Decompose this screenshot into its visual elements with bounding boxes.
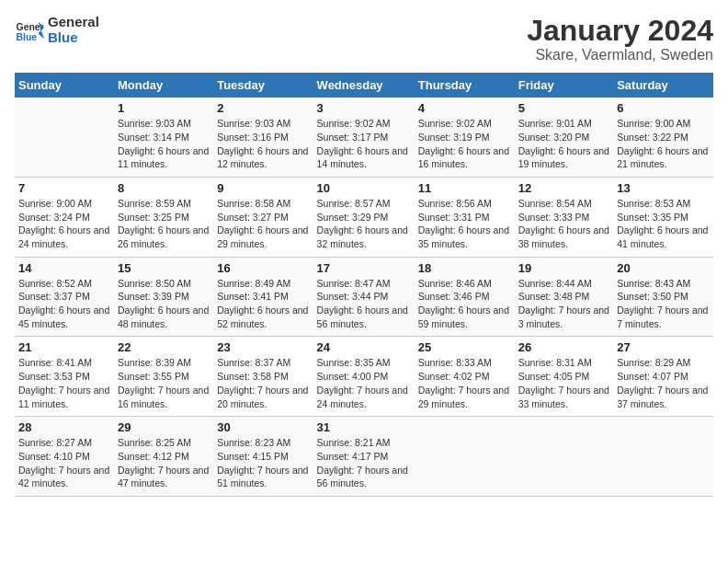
day-number: 28	[18, 420, 110, 434]
cell-w5-d5	[415, 417, 515, 497]
day-number: 20	[617, 261, 710, 275]
day-info: Sunrise: 8:46 AMSunset: 3:46 PMDaylight:…	[418, 277, 511, 331]
day-info: Sunrise: 9:02 AMSunset: 3:17 PMDaylight:…	[317, 117, 411, 171]
day-number: 31	[317, 420, 411, 434]
day-info: Sunrise: 8:53 AMSunset: 3:35 PMDaylight:…	[617, 197, 710, 251]
day-info: Sunrise: 8:59 AMSunset: 3:25 PMDaylight:…	[118, 197, 210, 251]
col-tuesday: Tuesday	[213, 73, 313, 98]
col-wednesday: Wednesday	[313, 73, 415, 98]
cell-w2-d6: 12Sunrise: 8:54 AMSunset: 3:33 PMDayligh…	[515, 177, 613, 257]
page-header: General Blue General Blue January 2024 S…	[15, 15, 713, 63]
week-row-3: 14Sunrise: 8:52 AMSunset: 3:37 PMDayligh…	[15, 257, 713, 337]
cell-w2-d7: 13Sunrise: 8:53 AMSunset: 3:35 PMDayligh…	[613, 177, 713, 257]
day-info: Sunrise: 8:23 AMSunset: 4:15 PMDaylight:…	[217, 436, 309, 490]
day-number: 6	[617, 101, 710, 115]
week-row-4: 21Sunrise: 8:41 AMSunset: 3:53 PMDayligh…	[15, 337, 713, 417]
day-info: Sunrise: 9:01 AMSunset: 3:20 PMDaylight:…	[518, 117, 609, 171]
day-info: Sunrise: 8:44 AMSunset: 3:48 PMDaylight:…	[518, 277, 609, 331]
cell-w3-d3: 16Sunrise: 8:49 AMSunset: 3:41 PMDayligh…	[213, 257, 313, 337]
cell-w1-d5: 4Sunrise: 9:02 AMSunset: 3:19 PMDaylight…	[415, 98, 515, 177]
cell-w4-d4: 24Sunrise: 8:35 AMSunset: 4:00 PMDayligh…	[313, 337, 415, 417]
day-number: 18	[418, 261, 511, 275]
cell-w2-d1: 7Sunrise: 9:00 AMSunset: 3:24 PMDaylight…	[15, 177, 114, 257]
day-info: Sunrise: 8:41 AMSunset: 3:53 PMDaylight:…	[18, 356, 110, 410]
cell-w5-d4: 31Sunrise: 8:21 AMSunset: 4:17 PMDayligh…	[313, 417, 415, 497]
cell-w5-d3: 30Sunrise: 8:23 AMSunset: 4:15 PMDayligh…	[213, 417, 313, 497]
day-info: Sunrise: 8:33 AMSunset: 4:02 PMDaylight:…	[418, 356, 511, 410]
header-row: Sunday Monday Tuesday Wednesday Thursday…	[15, 73, 713, 98]
day-info: Sunrise: 8:54 AMSunset: 3:33 PMDaylight:…	[518, 197, 609, 251]
cell-w3-d6: 19Sunrise: 8:44 AMSunset: 3:48 PMDayligh…	[515, 257, 613, 337]
col-saturday: Saturday	[613, 73, 713, 98]
col-sunday: Sunday	[15, 73, 114, 98]
cell-w3-d4: 17Sunrise: 8:47 AMSunset: 3:44 PMDayligh…	[313, 257, 415, 337]
week-row-5: 28Sunrise: 8:27 AMSunset: 4:10 PMDayligh…	[15, 417, 713, 497]
day-number: 24	[317, 340, 411, 354]
day-number: 25	[418, 340, 511, 354]
day-number: 4	[418, 101, 511, 115]
cell-w3-d7: 20Sunrise: 8:43 AMSunset: 3:50 PMDayligh…	[613, 257, 713, 337]
day-info: Sunrise: 8:57 AMSunset: 3:29 PMDaylight:…	[317, 197, 411, 251]
page-title: January 2024	[527, 15, 713, 47]
day-number: 29	[118, 420, 210, 434]
day-info: Sunrise: 8:25 AMSunset: 4:12 PMDaylight:…	[118, 436, 210, 490]
cell-w3-d1: 14Sunrise: 8:52 AMSunset: 3:37 PMDayligh…	[15, 257, 114, 337]
cell-w2-d5: 11Sunrise: 8:56 AMSunset: 3:31 PMDayligh…	[415, 177, 515, 257]
cell-w3-d2: 15Sunrise: 8:50 AMSunset: 3:39 PMDayligh…	[114, 257, 213, 337]
col-thursday: Thursday	[415, 73, 515, 98]
day-info: Sunrise: 8:50 AMSunset: 3:39 PMDaylight:…	[118, 277, 210, 331]
day-info: Sunrise: 8:21 AMSunset: 4:17 PMDaylight:…	[317, 436, 411, 490]
cell-w3-d5: 18Sunrise: 8:46 AMSunset: 3:46 PMDayligh…	[415, 257, 515, 337]
day-number: 19	[518, 261, 609, 275]
day-info: Sunrise: 8:56 AMSunset: 3:31 PMDaylight:…	[418, 197, 511, 251]
day-number: 1	[118, 101, 210, 115]
day-info: Sunrise: 9:02 AMSunset: 3:19 PMDaylight:…	[418, 117, 511, 171]
day-number: 12	[518, 181, 609, 195]
cell-w1-d7: 6Sunrise: 9:00 AMSunset: 3:22 PMDaylight…	[613, 98, 713, 177]
logo-general: General	[48, 15, 99, 30]
day-info: Sunrise: 8:49 AMSunset: 3:41 PMDaylight:…	[217, 277, 309, 331]
cell-w4-d1: 21Sunrise: 8:41 AMSunset: 3:53 PMDayligh…	[15, 337, 114, 417]
cell-w1-d1	[15, 98, 114, 177]
day-info: Sunrise: 8:39 AMSunset: 3:55 PMDaylight:…	[118, 356, 210, 410]
day-number: 30	[217, 420, 309, 434]
day-number: 22	[118, 340, 210, 354]
day-info: Sunrise: 8:47 AMSunset: 3:44 PMDaylight:…	[317, 277, 411, 331]
day-number: 5	[518, 101, 609, 115]
cell-w2-d2: 8Sunrise: 8:59 AMSunset: 3:25 PMDaylight…	[114, 177, 213, 257]
week-row-2: 7Sunrise: 9:00 AMSunset: 3:24 PMDaylight…	[15, 177, 713, 257]
day-number: 7	[18, 181, 110, 195]
cell-w5-d7	[613, 417, 713, 497]
day-number: 15	[118, 261, 210, 275]
cell-w4-d6: 26Sunrise: 8:31 AMSunset: 4:05 PMDayligh…	[515, 337, 613, 417]
day-info: Sunrise: 8:37 AMSunset: 3:58 PMDaylight:…	[217, 356, 309, 410]
day-number: 27	[617, 340, 710, 354]
cell-w4-d7: 27Sunrise: 8:29 AMSunset: 4:07 PMDayligh…	[613, 337, 713, 417]
day-info: Sunrise: 8:27 AMSunset: 4:10 PMDaylight:…	[18, 436, 110, 490]
week-row-1: 1Sunrise: 9:03 AMSunset: 3:14 PMDaylight…	[15, 98, 713, 177]
day-info: Sunrise: 8:52 AMSunset: 3:37 PMDaylight:…	[18, 277, 110, 331]
cell-w1-d4: 3Sunrise: 9:02 AMSunset: 3:17 PMDaylight…	[313, 98, 415, 177]
day-number: 21	[18, 340, 110, 354]
day-number: 9	[217, 181, 309, 195]
cell-w5-d6	[515, 417, 613, 497]
day-info: Sunrise: 8:31 AMSunset: 4:05 PMDaylight:…	[518, 356, 609, 410]
logo-blue: Blue	[48, 30, 99, 46]
day-info: Sunrise: 9:03 AMSunset: 3:14 PMDaylight:…	[118, 117, 210, 171]
svg-text:Blue: Blue	[17, 32, 38, 42]
day-number: 16	[217, 261, 309, 275]
col-monday: Monday	[114, 73, 213, 98]
cell-w1-d6: 5Sunrise: 9:01 AMSunset: 3:20 PMDaylight…	[515, 98, 613, 177]
day-info: Sunrise: 8:35 AMSunset: 4:00 PMDaylight:…	[317, 356, 411, 410]
day-number: 3	[317, 101, 411, 115]
day-info: Sunrise: 9:00 AMSunset: 3:24 PMDaylight:…	[18, 197, 110, 251]
day-number: 2	[217, 101, 309, 115]
day-number: 17	[317, 261, 411, 275]
day-info: Sunrise: 8:29 AMSunset: 4:07 PMDaylight:…	[617, 356, 710, 410]
cell-w4-d3: 23Sunrise: 8:37 AMSunset: 3:58 PMDayligh…	[213, 337, 313, 417]
day-number: 14	[18, 261, 110, 275]
day-number: 8	[118, 181, 210, 195]
day-info: Sunrise: 8:58 AMSunset: 3:27 PMDaylight:…	[217, 197, 309, 251]
cell-w1-d2: 1Sunrise: 9:03 AMSunset: 3:14 PMDaylight…	[114, 98, 213, 177]
title-block: January 2024 Skare, Vaermland, Sweden	[527, 15, 713, 63]
